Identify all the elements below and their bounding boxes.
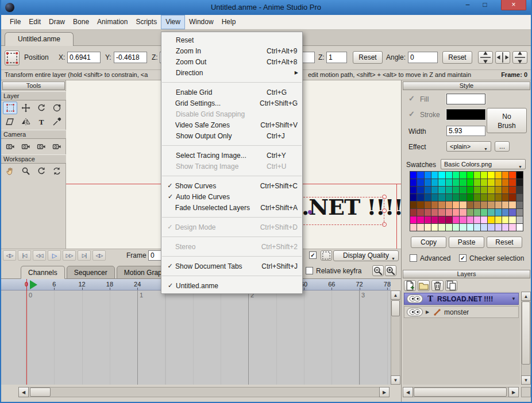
color-swatch[interactable]	[438, 209, 445, 216]
color-swatch[interactable]	[488, 194, 494, 201]
color-swatch[interactable]	[502, 194, 508, 201]
color-swatch[interactable]	[467, 194, 473, 201]
color-swatch[interactable]	[502, 187, 508, 193]
reset-angle-button[interactable]: Reset	[442, 51, 472, 64]
color-swatch[interactable]	[453, 209, 459, 216]
color-swatch[interactable]	[516, 187, 523, 193]
color-swatch[interactable]	[431, 187, 438, 193]
tool-roll-camera[interactable]	[34, 140, 48, 153]
effect-more-button[interactable]: ...	[495, 141, 510, 152]
color-swatch[interactable]	[502, 202, 508, 208]
menu-help[interactable]: Help	[218, 15, 240, 29]
color-swatch[interactable]	[425, 209, 431, 216]
color-swatch[interactable]	[502, 179, 508, 186]
color-swatch[interactable]	[481, 194, 487, 201]
color-swatch[interactable]	[481, 172, 487, 179]
color-swatch[interactable]	[481, 216, 487, 223]
color-swatch[interactable]	[516, 194, 523, 201]
stroke-color-swatch[interactable]	[446, 109, 485, 120]
color-swatch[interactable]	[495, 216, 502, 223]
color-swatch[interactable]	[431, 202, 438, 208]
tab-untitled-anme[interactable]: Untitled.anme	[5, 32, 74, 46]
paste-button[interactable]: Paste	[449, 237, 484, 248]
menu-item-auto-hide-curves[interactable]: ✓Auto Hide Curves	[161, 191, 302, 202]
color-swatch[interactable]	[453, 202, 459, 208]
menu-bone[interactable]: Bone	[69, 15, 93, 29]
color-swatch[interactable]	[460, 209, 466, 216]
color-swatch[interactable]	[417, 172, 423, 179]
timeline-hscroll-track[interactable]	[18, 387, 390, 397]
tool-track-camera[interactable]	[3, 140, 17, 153]
color-swatch[interactable]	[474, 224, 480, 231]
color-swatch[interactable]	[488, 224, 494, 231]
timeline-scroll-right-icon[interactable]: ▶	[379, 387, 390, 397]
effect-dropdown[interactable]: <plain>	[446, 141, 491, 152]
menu-item-video-safe-zones[interactable]: Video Safe ZonesCtrl+Shift+V	[161, 119, 302, 130]
color-swatch[interactable]	[495, 202, 502, 208]
color-swatch[interactable]	[516, 202, 523, 208]
fill-color-swatch[interactable]	[446, 94, 485, 104]
timeline-scroll-left-icon[interactable]: ◀	[18, 387, 29, 397]
color-swatch[interactable]	[516, 224, 523, 231]
layers-scroll-right-icon[interactable]: ▶	[508, 387, 519, 397]
menu-item-zoom-in[interactable]: Zoom InCtrl+Alt+9	[161, 45, 302, 56]
tool-pan-tilt-camera[interactable]	[49, 140, 64, 153]
color-swatch[interactable]	[446, 194, 452, 201]
jump-end-button[interactable]: ▷|	[78, 250, 91, 261]
display-quality-button[interactable]: Display Quality	[333, 250, 399, 261]
color-swatch[interactable]	[446, 209, 452, 216]
color-swatch[interactable]	[460, 187, 466, 193]
color-swatch[interactable]	[460, 224, 466, 231]
menu-window[interactable]: Window	[185, 15, 218, 29]
layer-expand-arrow-icon[interactable]: ▶	[426, 309, 433, 315]
maximize-button[interactable]: □	[477, 0, 493, 10]
color-swatch[interactable]	[488, 202, 494, 208]
position-x-input[interactable]	[67, 52, 101, 63]
color-swatch[interactable]	[509, 202, 515, 208]
color-swatch[interactable]	[431, 179, 438, 186]
layer-visibility-eyes-icon[interactable]	[407, 294, 423, 303]
color-swatch[interactable]	[516, 216, 523, 223]
color-swatch[interactable]	[460, 202, 466, 208]
color-swatch[interactable]	[474, 202, 480, 208]
color-swatch[interactable]	[481, 187, 487, 193]
menu-item-zoom-out[interactable]: Zoom OutCtrl+Alt+8	[161, 56, 302, 67]
color-swatch[interactable]	[481, 209, 487, 216]
color-swatch[interactable]	[438, 172, 445, 179]
color-swatch[interactable]	[502, 209, 508, 216]
color-swatch[interactable]	[431, 194, 438, 201]
color-swatch[interactable]	[481, 224, 487, 231]
menu-scripts[interactable]: Scripts	[132, 15, 161, 29]
tool-zoom-workspace[interactable]	[18, 165, 33, 177]
color-swatch[interactable]	[446, 216, 452, 223]
stroke-check-icon[interactable]	[408, 110, 415, 118]
color-swatch[interactable]	[417, 194, 423, 201]
color-swatch[interactable]	[474, 216, 480, 223]
loop-range-button[interactable]: ◁▷	[92, 250, 106, 261]
color-swatch[interactable]	[481, 179, 487, 186]
layers-scroll-left-icon[interactable]: ◀	[403, 387, 413, 397]
color-swatch[interactable]	[453, 224, 459, 231]
color-swatch[interactable]	[431, 224, 438, 231]
menu-item-show-output-only[interactable]: Show Output OnlyCtrl+J	[161, 130, 302, 141]
tool-orbit-workspace[interactable]	[49, 165, 64, 177]
layer-row-rsload-net[interactable]: TRSLOAD.NET !!!!▼	[404, 293, 519, 305]
color-swatch[interactable]	[488, 179, 494, 186]
menu-item-show-document-tabs[interactable]: ✓Show Document TabsCtrl+Shift+J	[161, 261, 302, 272]
tool-eyedropper[interactable]	[49, 115, 64, 128]
safe-zone-icon-button[interactable]	[321, 250, 332, 261]
color-swatch[interactable]	[431, 172, 438, 179]
color-swatch[interactable]	[502, 224, 508, 231]
color-swatch[interactable]	[460, 194, 466, 201]
color-swatch[interactable]	[417, 224, 423, 231]
color-swatch[interactable]	[509, 224, 515, 231]
scale-z-input[interactable]	[326, 52, 347, 63]
color-swatch[interactable]	[425, 187, 431, 193]
tab-channels[interactable]: Channels	[21, 266, 65, 279]
menu-item-show-curves[interactable]: ✓Show CurvesCtrl+Shift+C	[161, 180, 302, 191]
menu-item-untitled-anme[interactable]: ✓Untitled.anme	[161, 280, 302, 291]
tool-flip-layer[interactable]	[18, 115, 33, 128]
color-swatch[interactable]	[460, 172, 466, 179]
color-swatch[interactable]	[516, 209, 523, 216]
no-brush-button[interactable]: No Brush	[487, 108, 527, 133]
